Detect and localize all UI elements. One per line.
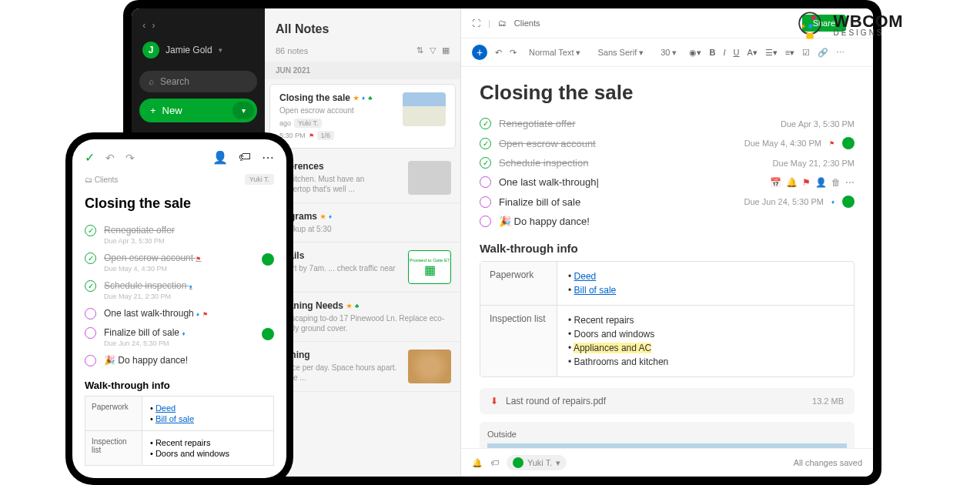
note-item[interactable]: ReferencesThe kitchen. Must have an coun… — [265, 153, 460, 203]
notebook-name[interactable]: Clients — [514, 18, 540, 28]
search-icon: ⌕ — [149, 76, 154, 87]
watermark: WBCOM DESIGNS — [792, 8, 903, 43]
task-checkbox[interactable] — [480, 216, 491, 227]
link-bill[interactable]: Bill of sale — [156, 414, 194, 423]
add-user-icon[interactable]: 👤 — [212, 150, 228, 165]
flag-icon[interactable]: ⚑ — [802, 177, 811, 188]
avatar: J — [142, 42, 159, 59]
task-checkbox[interactable] — [85, 327, 96, 339]
task-due: Due May 21, 2:30 PM — [104, 293, 274, 300]
star-icon: ★ — [346, 303, 352, 309]
editor-content[interactable]: Closing the sale Renegotiate offerDue Ap… — [461, 67, 873, 448]
notebook-name[interactable]: Clients — [95, 176, 119, 184]
assign-icon[interactable]: 👤 — [815, 177, 827, 188]
paragraph-style[interactable]: Normal Text ▾ — [524, 46, 585, 59]
task-text: Renegotiate offer — [499, 118, 773, 129]
task-text[interactable]: One last walk-through| — [499, 176, 762, 188]
note-author: Yuki T. — [294, 119, 322, 128]
font-family[interactable]: Sans Serif ▾ — [593, 46, 648, 59]
task-checkbox[interactable] — [480, 176, 491, 188]
link-icon[interactable]: 🔗 — [818, 48, 828, 58]
chevron-down-icon: ▾ — [242, 106, 246, 115]
flag-icon: ⚑ — [309, 132, 314, 139]
table-label: Inspection list — [85, 431, 142, 465]
tag-icon[interactable]: 🔔 — [472, 458, 483, 468]
task-due: Due Apr 3, 5:30 PM — [104, 237, 274, 245]
collaborator-chip[interactable]: Yuki T. ▾ — [507, 455, 567, 470]
task-checkbox[interactable] — [85, 225, 96, 236]
svg-point-4 — [801, 25, 804, 28]
note-item[interactable]: Closing the sale ★ ♦ ♣ Open escrow accou… — [269, 84, 456, 149]
tag-icon[interactable]: 🏷 — [239, 150, 251, 165]
search-placeholder: Search — [160, 76, 189, 87]
task-checkbox[interactable] — [480, 157, 491, 169]
note-item[interactable]: Programs ★ ♦... Pickup at 5:30 — [265, 203, 460, 242]
forward-icon[interactable]: › — [152, 19, 155, 31]
note-list: All Notes 86 notes ⇅ ▽ ▦ JUN 2021 Closin… — [265, 8, 461, 477]
task-text: Schedule inspection ♦ — [104, 280, 274, 291]
reminder-icon: ♦ — [182, 330, 185, 337]
new-button[interactable]: + New ▾ — [139, 99, 257, 122]
expand-icon[interactable]: ⛶ — [472, 18, 480, 28]
attachment-size: 13.2 MB — [812, 396, 844, 406]
redo-icon[interactable]: ↷ — [125, 152, 135, 164]
user-menu[interactable]: J Jamie Gold ▾ — [132, 35, 265, 65]
list-item: Recent repairs — [568, 313, 843, 327]
task-checkbox[interactable] — [85, 253, 96, 264]
number-list-icon[interactable]: ≡▾ — [785, 48, 794, 58]
done-icon[interactable]: ✓ — [85, 150, 95, 165]
phone-content[interactable]: Closing the sale Renegotiate offerDue Ap… — [72, 188, 286, 478]
nav-arrows[interactable]: ‹› — [132, 15, 265, 35]
link-bill[interactable]: Bill of sale — [574, 285, 617, 296]
delete-icon[interactable]: 🗑 — [831, 177, 841, 188]
link-deed[interactable]: Deed — [574, 271, 597, 282]
note-title[interactable]: Closing the sale — [480, 81, 855, 105]
underline-icon[interactable]: U — [734, 48, 740, 57]
note-snippet: Open escrow account — [279, 105, 395, 115]
task-checkbox[interactable] — [85, 280, 96, 292]
filter-icon[interactable]: ▽ — [430, 45, 436, 55]
table-label: Paperwork — [480, 262, 557, 305]
checklist-icon[interactable]: ☑ — [802, 48, 810, 58]
redo-icon[interactable]: ↷ — [510, 48, 517, 58]
tag-icon[interactable]: 🏷 — [490, 458, 499, 467]
bold-icon[interactable]: B — [709, 48, 715, 57]
sort-icon[interactable]: ⇅ — [416, 45, 423, 55]
view-icon[interactable]: ▦ — [442, 45, 450, 55]
bell-icon[interactable]: 🔔 — [786, 177, 798, 188]
back-icon[interactable]: ‹ — [142, 19, 145, 31]
new-label: New — [162, 105, 182, 116]
calendar-icon[interactable]: 📅 — [770, 177, 781, 188]
color-icon[interactable]: ◉▾ — [689, 48, 701, 58]
task-checkbox[interactable] — [85, 308, 96, 319]
table-label: Paperwork — [85, 396, 142, 430]
bullet-list-icon[interactable]: ☰▾ — [765, 48, 778, 58]
highlight-icon[interactable]: A▾ — [747, 48, 757, 58]
font-size[interactable]: 30 ▾ — [656, 46, 681, 59]
task-checkbox[interactable] — [480, 118, 491, 129]
undo-icon[interactable]: ↶ — [495, 48, 502, 58]
watermark-brand: WBCOM — [834, 14, 903, 29]
insert-button[interactable]: + — [472, 45, 487, 60]
note-snippet: Landscaping to-do 17 Pinewood Ln. Replac… — [274, 313, 451, 333]
bulb-icon — [792, 8, 828, 43]
italic-icon[interactable]: I — [723, 48, 725, 57]
note-item[interactable]: Cleaning Needs ★ ♣Landscaping to-do 17 P… — [265, 293, 460, 342]
task-checkbox[interactable] — [480, 196, 491, 208]
new-dropdown[interactable]: ▾ — [232, 102, 254, 119]
info-table: Paperwork Deed Bill of sale Inspection l… — [85, 396, 274, 466]
link-deed[interactable]: Deed — [156, 403, 176, 413]
more-icon[interactable]: ⋯ — [845, 177, 855, 188]
attachment[interactable]: ⬇ Last round of repairs.pdf 13.2 MB — [480, 388, 855, 414]
more-icon[interactable]: ⋯ — [262, 150, 274, 165]
search-input[interactable]: ⌕ Search — [139, 71, 257, 92]
task-checkbox[interactable] — [480, 138, 491, 149]
reminder-icon: ♦ — [831, 199, 835, 206]
note-title[interactable]: Closing the sale — [85, 196, 274, 212]
note-item[interactable]: Training... twice per day. Space hours a… — [265, 342, 460, 392]
note-item[interactable]: DetailsAirport by 7am. ... check traffic… — [265, 242, 460, 293]
task-checkbox[interactable] — [85, 355, 96, 366]
undo-icon[interactable]: ↶ — [105, 152, 115, 164]
more-format-icon[interactable]: ⋯ — [836, 48, 845, 58]
svg-point-3 — [808, 24, 813, 28]
